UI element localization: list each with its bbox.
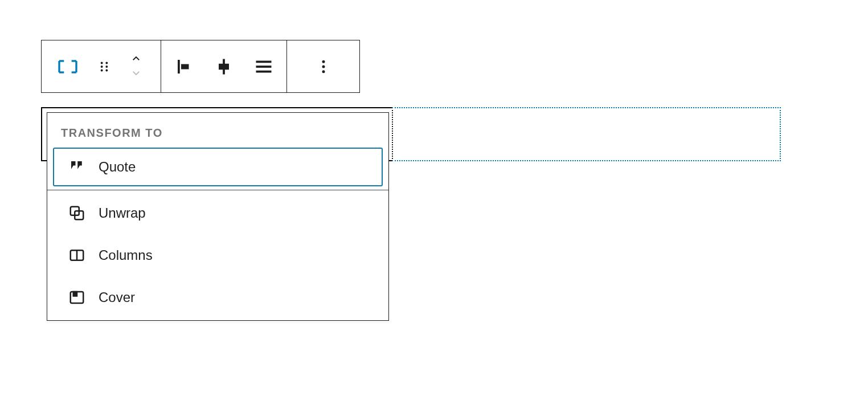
svg-rect-9	[219, 63, 229, 70]
transform-heading: Transform to	[47, 113, 388, 144]
svg-point-14	[322, 65, 325, 68]
chevron-up-icon	[128, 57, 144, 66]
columns-icon	[68, 246, 86, 264]
align-left-button[interactable]	[165, 40, 204, 92]
svg-rect-6	[178, 60, 180, 74]
menu-item-label: Cover	[99, 289, 135, 305]
block-toolbar	[41, 40, 360, 93]
toolbar-group-more	[287, 40, 359, 92]
transform-popover: Transform to Quote Unwrap Columns	[47, 112, 389, 321]
align-left-icon	[174, 56, 195, 77]
chevron-down-icon	[128, 71, 144, 80]
svg-point-0	[101, 62, 103, 64]
svg-point-1	[105, 62, 108, 64]
block-switcher-button[interactable]	[47, 40, 88, 92]
menu-item-label: Quote	[99, 159, 136, 175]
mover-buttons	[120, 40, 152, 92]
align-center-icon	[214, 56, 234, 77]
svg-rect-7	[181, 64, 189, 69]
toolbar-group-block	[42, 40, 161, 92]
svg-point-4	[101, 69, 103, 71]
move-up-button[interactable]	[127, 52, 145, 67]
svg-point-3	[105, 66, 108, 68]
svg-point-15	[322, 70, 325, 73]
justify-icon	[253, 56, 274, 77]
more-vertical-icon	[315, 58, 332, 75]
transform-option-cover[interactable]: Cover	[53, 278, 383, 317]
svg-rect-12	[256, 70, 271, 72]
svg-point-13	[322, 60, 325, 63]
svg-point-5	[105, 69, 108, 71]
svg-rect-21	[73, 292, 77, 296]
align-justify-button[interactable]	[244, 40, 283, 92]
unwrap-icon	[68, 204, 86, 222]
drag-handle[interactable]	[88, 40, 120, 92]
transform-option-unwrap[interactable]: Unwrap	[53, 194, 383, 232]
svg-rect-11	[256, 66, 271, 68]
transform-option-columns[interactable]: Columns	[53, 236, 383, 275]
drag-handle-icon	[97, 59, 112, 74]
move-down-button[interactable]	[127, 67, 145, 81]
quote-icon	[68, 158, 86, 176]
transform-option-quote[interactable]: Quote	[53, 148, 383, 186]
menu-divider	[47, 190, 388, 190]
align-center-button[interactable]	[204, 40, 244, 92]
toolbar-group-align	[161, 40, 287, 92]
svg-rect-10	[256, 60, 271, 63]
menu-item-label: Unwrap	[99, 205, 146, 221]
menu-item-label: Columns	[99, 247, 153, 263]
adjacent-block-placeholder[interactable]	[392, 107, 781, 161]
svg-point-2	[101, 66, 103, 68]
pullquote-block-icon	[56, 55, 79, 78]
more-options-button[interactable]	[303, 40, 344, 92]
cover-icon	[68, 288, 86, 307]
